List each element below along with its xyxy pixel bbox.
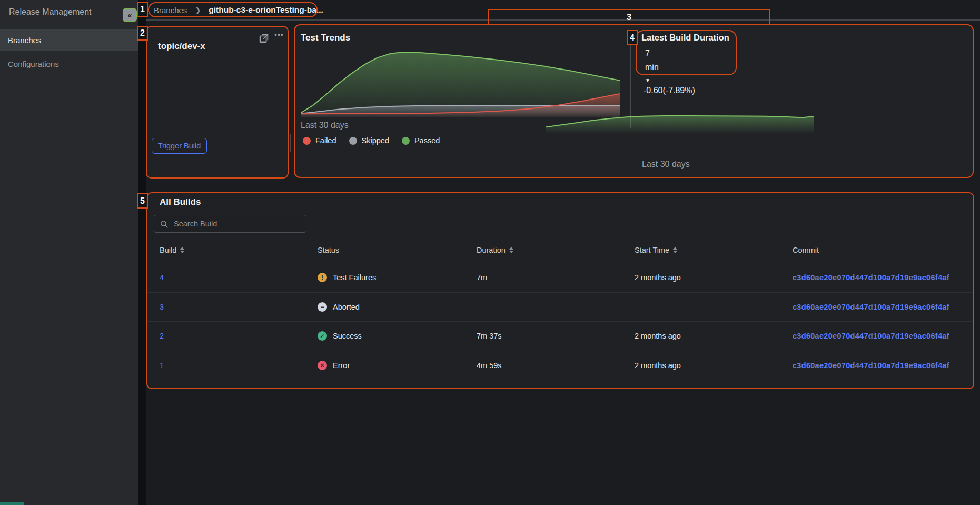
column-label: Duration: [477, 246, 506, 254]
trend-down-icon: ▼: [645, 77, 650, 83]
all-builds-title: All Builds: [160, 197, 201, 207]
latest-build-duration-value: 7: [645, 49, 650, 58]
commit-link[interactable]: c3d60ae20e070d447d100a7d19e9ac06f4af: [793, 361, 974, 370]
start-time-cell: 2 months ago: [635, 273, 793, 282]
test-trends-title: Test Trends: [301, 33, 350, 43]
branch-card: topic/dev-x ••• Trigger Build: [146, 26, 288, 178]
column-label: Start Time: [635, 246, 669, 254]
sort-icon: [673, 247, 677, 253]
sort-icon: [180, 247, 184, 253]
start-time-cell: 2 months ago: [635, 361, 793, 370]
sort-icon: [509, 247, 513, 253]
legend-item[interactable]: Failed: [303, 136, 336, 145]
sidebar-item-configurations[interactable]: Configurations: [0, 51, 138, 77]
column-header-commit: Commit: [793, 246, 974, 254]
duration-caption: Last 30 days: [642, 160, 690, 169]
sidebar-collapse-button[interactable]: «: [123, 8, 137, 22]
breadcrumb: Branches ❯ github-c3-e-orionTesting-ba..…: [154, 0, 323, 20]
metrics-card: Test Trends Last 30 days FailedSkippedPa…: [294, 25, 973, 177]
build-number-link[interactable]: 1: [160, 361, 318, 370]
breadcrumb-current: github-c3-e-orionTesting-ba...: [209, 5, 323, 15]
status-label: Test Failures: [333, 273, 376, 282]
sidebar-item-branches[interactable]: Branches: [0, 29, 138, 51]
legend-label: Skipped: [362, 136, 389, 145]
more-options-icon[interactable]: •••: [274, 31, 284, 39]
all-builds-card: All Builds BuildStatusDurationStart Time…: [146, 193, 974, 389]
legend-dot-icon: [349, 137, 357, 145]
test-trends-chart: [301, 48, 620, 117]
search-icon: [160, 220, 169, 229]
sidebar-item-label: Branches: [8, 36, 41, 45]
sidebar-item-label: Configurations: [8, 60, 59, 68]
build-number-link[interactable]: 3: [160, 303, 318, 311]
app-root: Release Management Branches Configuratio…: [0, 0, 980, 505]
open-external-icon[interactable]: [258, 33, 270, 44]
search-input[interactable]: [174, 220, 301, 228]
build-number-link[interactable]: 2: [160, 332, 318, 340]
test-trends-legend: FailedSkippedPassed: [303, 136, 440, 145]
duration-sparkline-chart: [546, 111, 814, 133]
column-header-status: Status: [318, 246, 477, 254]
status-label: Success: [333, 332, 362, 340]
status-cell: −Aborted: [318, 302, 477, 312]
test-trends-caption: Last 30 days: [301, 121, 349, 130]
duration-cell: 7m: [477, 273, 635, 282]
collapse-chevrons-icon: «: [127, 11, 132, 19]
branch-name: topic/dev-x: [158, 41, 205, 52]
latest-build-duration-unit: min: [645, 63, 659, 72]
status-cell: ✕Error: [318, 361, 477, 370]
duration-cell: 4m 59s: [477, 361, 635, 370]
column-label: Status: [318, 246, 339, 254]
status-error-icon: ✕: [318, 361, 327, 370]
mini-vertical-divider: [290, 134, 291, 152]
commit-link[interactable]: c3d60ae20e070d447d100a7d19e9ac06f4af: [793, 303, 974, 311]
latest-build-duration-title: Latest Build Duration: [641, 33, 729, 43]
start-time-cell: 2 months ago: [635, 332, 793, 340]
status-cell: !Test Failures: [318, 273, 477, 282]
top-scrollbar-track: [146, 19, 980, 21]
column-label: Build: [160, 246, 176, 254]
annotation-box-3: 3: [488, 9, 770, 25]
column-header-duration[interactable]: Duration: [477, 246, 635, 254]
table-row: 1✕Error4m 59s2 months agoc3d60ae20e070d4…: [146, 351, 974, 381]
column-header-build[interactable]: Build: [160, 246, 318, 254]
legend-label: Passed: [414, 136, 440, 145]
breadcrumb-root-link[interactable]: Branches: [154, 6, 187, 15]
legend-dot-icon: [303, 137, 311, 145]
duration-cell: 7m 37s: [477, 332, 635, 340]
search-box: [154, 215, 306, 233]
column-header-start-time[interactable]: Start Time: [635, 246, 793, 254]
commit-link[interactable]: c3d60ae20e070d447d100a7d19e9ac06f4af: [793, 332, 974, 340]
sidebar: Release Management Branches Configuratio…: [0, 0, 138, 505]
table-row: 4!Test Failures7m2 months agoc3d60ae20e0…: [146, 263, 974, 293]
table-row: 2✓Success7m 37s2 months agoc3d60ae20e070…: [146, 322, 974, 351]
legend-item[interactable]: Passed: [402, 136, 440, 145]
legend-item[interactable]: Skipped: [349, 136, 389, 145]
status-success-icon: ✓: [318, 331, 327, 341]
chevron-right-icon: ❯: [195, 6, 201, 14]
commit-link[interactable]: c3d60ae20e070d447d100a7d19e9ac06f4af: [793, 273, 974, 282]
status-label: Aborted: [333, 303, 360, 311]
status-warn-icon: !: [318, 273, 327, 282]
legend-dot-icon: [402, 137, 410, 145]
status-cell: ✓Success: [318, 331, 477, 341]
sidebar-gutter: [138, 0, 146, 505]
table-header-row: BuildStatusDurationStart TimeCommit: [146, 237, 974, 263]
legend-label: Failed: [315, 136, 336, 145]
sidebar-title: Release Management: [9, 7, 92, 17]
trigger-build-button[interactable]: Trigger Build: [152, 138, 207, 154]
bottom-left-accent: [0, 502, 24, 505]
table-row: 3−Abortedc3d60ae20e070d447d100a7d19e9ac0…: [146, 293, 974, 322]
latest-build-duration-delta: -0.60(-7.89%): [644, 86, 695, 95]
column-label: Commit: [793, 246, 819, 254]
build-number-link[interactable]: 4: [160, 273, 318, 282]
status-label: Error: [333, 361, 350, 370]
status-aborted-icon: −: [318, 302, 327, 312]
table-body: 4!Test Failures7m2 months agoc3d60ae20e0…: [146, 263, 974, 380]
